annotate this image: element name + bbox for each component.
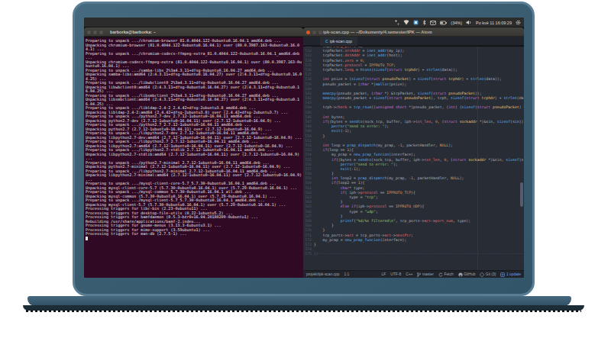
tab-label: ipk-scan.cpp — [330, 39, 352, 43]
terminal-line: Preparing to unpack .../chromium-codecs-… — [86, 52, 302, 60]
input-source-icon[interactable] — [413, 20, 419, 25]
editor-window[interactable]: ipk-scan.cpp — ~/Dokumenty/4.semester/IP… — [303, 27, 524, 278]
gear-icon[interactable] — [516, 20, 521, 25]
terminal-cursor — [86, 237, 88, 240]
minimize-icon[interactable] — [312, 31, 316, 34]
clock[interactable]: Po kvě 11 16:09:29 — [476, 21, 512, 25]
laptop-screen: (34%) Po kvě 11 16:09:29 barborka@barbor… — [84, 18, 524, 278]
code-lines: 531 tcph->urg_ptr = 0;532 tcpPacket.srcA… — [303, 47, 524, 256]
top-panel: (34%) Po kvě 11 16:09:29 — [84, 18, 524, 27]
status-updates[interactable]: 1 update — [500, 272, 521, 277]
code-line: 544 tcph->check = tcp_csum((unsigned sho… — [303, 105, 524, 110]
maximize-icon[interactable] — [99, 31, 103, 34]
terminal-title: barborka@barborka: ~ — [110, 30, 156, 34]
terminal-line: Unpacking libpython2.7-stdlib:amd64 (2.7… — [86, 153, 302, 161]
status-line-ending[interactable]: LF — [382, 272, 386, 276]
close-icon[interactable] — [87, 31, 91, 34]
package-icon — [500, 272, 505, 277]
status-cursor-position[interactable]: 1:1 — [344, 272, 350, 276]
status-fetch[interactable]: Fetch — [438, 272, 454, 277]
editor-titlebar[interactable]: ipk-scan.cpp — ~/Dokumenty/4.semester/IP… — [303, 27, 524, 37]
laptop-base-front-edge — [23, 305, 584, 311]
terminal-body[interactable]: Preparing to unpack .../chromium-browser… — [84, 37, 303, 278]
status-bar: projekt/ipk-scan.cpp 1:1 LF UTF-8 C++ ma… — [303, 270, 524, 278]
wifi-icon[interactable] — [403, 20, 409, 25]
git-icon — [480, 272, 484, 277]
code-editor[interactable]: 531 tcph->urg_ptr = 0;532 tcpPacket.srcA… — [303, 47, 524, 270]
minimize-icon[interactable] — [93, 31, 97, 34]
battery-icon[interactable] — [440, 21, 447, 25]
scrollbar[interactable] — [520, 182, 523, 207]
status-github[interactable]: GitHub — [458, 272, 476, 277]
code-line: 542 memcpy(pseudo_packet + sizeof(struct… — [303, 96, 524, 101]
network-activity-icon[interactable] — [395, 20, 399, 25]
refresh-icon — [438, 272, 443, 277]
terminal-cursor-line — [86, 237, 302, 242]
tab-ipk-scan[interactable]: C ipk-scan.cpp — [320, 37, 357, 46]
mail-icon[interactable] — [430, 21, 436, 25]
status-git-branch[interactable]: master — [417, 272, 433, 277]
volume-icon[interactable] — [466, 20, 472, 25]
bluetooth-icon[interactable] — [422, 20, 426, 25]
editor-title: ipk-scan.cpp — ~/Dokumenty/4.semester/IP… — [323, 30, 432, 34]
status-file-path[interactable]: projekt/ipk-scan.cpp — [306, 272, 340, 276]
maximize-icon[interactable] — [318, 31, 322, 34]
tab-bar: C ipk-scan.cpp — [303, 37, 524, 46]
terminal-titlebar[interactable]: barborka@barborka: ~ — [84, 27, 303, 37]
status-encoding[interactable]: UTF-8 — [390, 272, 401, 276]
laptop-mockup: (34%) Po kvě 11 16:09:29 barborka@barbor… — [0, 0, 611, 364]
battery-percentage[interactable]: (34%) — [451, 21, 462, 25]
terminal-window[interactable]: barborka@barborka: ~ Preparing to unpack… — [84, 27, 303, 278]
github-icon — [458, 272, 463, 277]
terminal-output: Preparing to unpack .../chromium-browser… — [86, 39, 302, 241]
code-line: 575//-----------------------------------… — [303, 252, 524, 256]
status-language[interactable]: C++ — [406, 272, 412, 276]
branch-icon — [417, 272, 421, 277]
c-file-icon: C — [325, 39, 328, 43]
status-git[interactable]: Git (3) — [480, 272, 496, 277]
terminal-line: Unpacking chromium-codecs-ffmpeg-extra (… — [86, 60, 302, 69]
system-tray: (34%) Po kvě 11 16:09:29 — [395, 18, 521, 27]
terminal-line: Unpacking libwbclient0:amd64 (2:4.3.11+d… — [86, 85, 302, 94]
close-icon[interactable] — [306, 31, 310, 34]
terminal-line: Unpacking chromium-browser (81.0.4044.12… — [86, 43, 302, 52]
